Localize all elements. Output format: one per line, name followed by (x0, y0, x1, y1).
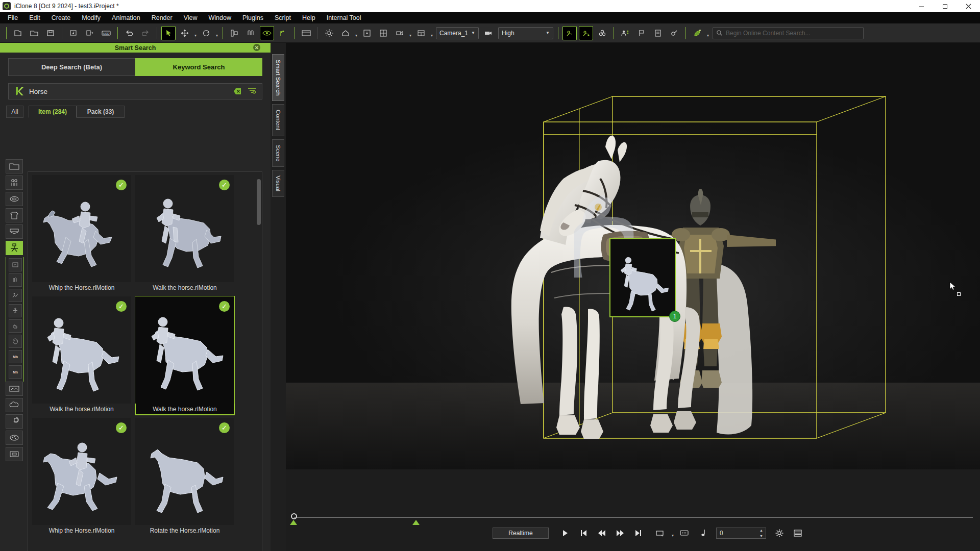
snap-icon[interactable] (243, 26, 258, 40)
screen-icon[interactable] (6, 447, 23, 461)
motion-key-icon[interactable] (579, 26, 593, 40)
fast-forward-icon[interactable] (612, 527, 628, 539)
sidetab-scene[interactable]: Scene (272, 139, 284, 167)
timeline-track[interactable] (294, 517, 973, 518)
light-icon[interactable] (322, 26, 336, 40)
eye-visibility-icon[interactable] (260, 26, 274, 40)
motion-icon[interactable] (6, 241, 23, 255)
audio-note-icon[interactable] (695, 527, 710, 539)
menu-create[interactable]: Create (46, 13, 77, 23)
result-thumbnail[interactable]: ✓ (32, 296, 131, 404)
particle-icon[interactable] (6, 414, 23, 429)
menu-help[interactable]: Help (297, 13, 321, 23)
move-tool-dropdown[interactable]: ▾ (193, 27, 198, 39)
maximize-button[interactable] (933, 0, 957, 12)
preview-frame-icon[interactable] (299, 26, 313, 40)
grid-icon[interactable] (376, 26, 390, 40)
dock-bottom-icon[interactable] (360, 26, 374, 40)
keyword-search-field[interactable]: Horse (8, 83, 262, 99)
move-tool-icon[interactable] (178, 26, 192, 40)
select-tool-icon[interactable] (161, 26, 176, 40)
jump-to-end-icon[interactable] (631, 527, 646, 539)
motion-plus-icon[interactable] (9, 258, 22, 271)
layout-icon[interactable] (414, 26, 428, 40)
timeline-icon[interactable] (790, 527, 805, 539)
menu-file[interactable]: File (2, 13, 23, 23)
result-item[interactable]: ✓ Rotate the Horse.rlMotion (135, 418, 234, 536)
caption-icon[interactable] (677, 527, 692, 539)
undo-icon[interactable] (122, 26, 136, 40)
range-icon[interactable] (653, 527, 669, 539)
sky-icon[interactable] (6, 398, 23, 412)
open-project-icon[interactable] (27, 26, 41, 40)
sidetab-content[interactable]: Content (272, 104, 284, 136)
result-thumbnail[interactable]: ✓ (135, 175, 234, 282)
3d-viewport[interactable]: 1 (286, 43, 980, 469)
tab-keyword-search[interactable]: Keyword Search (135, 58, 262, 76)
result-thumbnail[interactable]: ✓ (135, 418, 234, 525)
leaf-icon[interactable] (690, 26, 704, 40)
menu-plugins[interactable]: Plugins (237, 13, 269, 23)
gesture-icon[interactable] (9, 273, 22, 287)
new-project-icon[interactable] (11, 26, 25, 40)
layout-dropdown[interactable]: ▾ (429, 27, 434, 39)
cloth-icon[interactable] (6, 208, 23, 222)
play-icon[interactable] (557, 527, 573, 539)
result-thumbnail[interactable]: ✓ (32, 418, 131, 525)
online-search-input[interactable]: Begin Online Content Search... (713, 27, 864, 39)
rotate-tool-dropdown[interactable]: ▾ (214, 27, 219, 39)
face-puppet-icon[interactable] (9, 335, 22, 348)
import-icon[interactable] (66, 26, 81, 40)
export-icon[interactable] (83, 26, 97, 40)
menu-internal-tool[interactable]: Internal Tool (321, 13, 367, 23)
home-icon[interactable] (338, 26, 353, 40)
quality-select[interactable]: High ▼ (498, 27, 553, 39)
motion-path-icon[interactable] (562, 26, 577, 40)
results-scrollbar-thumb[interactable] (257, 179, 261, 225)
hand-gesture-icon[interactable] (9, 319, 22, 333)
frame-stepper[interactable]: ▲▼ (758, 529, 765, 538)
camera-view-icon[interactable] (393, 26, 407, 40)
menu-window[interactable]: Window (203, 13, 237, 23)
rail-all-tab[interactable]: All (6, 106, 23, 118)
usd-icon[interactable]: USD (99, 26, 113, 40)
camera-select[interactable]: Camera_1 ▼ (436, 27, 479, 39)
result-item[interactable]: ✓ Walk the horse.rlMotion (135, 175, 234, 293)
range-dropdown[interactable]: ▾ (670, 527, 675, 539)
rewind-icon[interactable] (594, 527, 609, 539)
puppet-icon[interactable] (618, 26, 632, 40)
frame-input[interactable]: 0 ▲▼ (716, 528, 766, 539)
menu-render[interactable]: Render (146, 13, 178, 23)
tab-deep-search[interactable]: Deep Search (Beta) (8, 58, 135, 76)
minimize-button[interactable] (910, 0, 933, 12)
rotate-tool-icon[interactable] (199, 26, 213, 40)
sidetab-visual[interactable]: Visual (272, 170, 284, 197)
camera-view-dropdown[interactable]: ▾ (408, 27, 413, 39)
align-icon[interactable] (227, 26, 241, 40)
flag-icon[interactable] (634, 26, 649, 40)
prop-stage-icon[interactable] (6, 224, 23, 239)
motion-layer-icon[interactable]: Mn (9, 365, 22, 379)
character-icon[interactable] (6, 176, 23, 190)
motion-blend-icon[interactable]: Mb (9, 350, 22, 363)
terrain-icon[interactable] (6, 382, 23, 396)
link-icon[interactable] (667, 26, 681, 40)
jump-to-start-icon[interactable] (576, 527, 591, 539)
cluster-icon[interactable] (595, 26, 609, 40)
menu-animation[interactable]: Animation (106, 13, 146, 23)
results-grid[interactable]: ✓ Whip the Horse.rlMotion (28, 171, 262, 551)
tab-item-results[interactable]: Item (284) (29, 106, 77, 118)
menu-edit[interactable]: Edit (23, 13, 46, 23)
gear-icon[interactable] (772, 527, 787, 539)
hair-icon[interactable] (6, 192, 23, 206)
tab-pack-results[interactable]: Pack (33) (77, 106, 125, 118)
pick-icon[interactable] (276, 26, 290, 40)
material-icon[interactable] (6, 431, 23, 445)
leaf-dropdown[interactable]: ▾ (705, 27, 710, 39)
menu-script[interactable]: Script (269, 13, 297, 23)
clear-icon[interactable] (233, 87, 241, 95)
close-button[interactable] (957, 0, 980, 12)
result-item[interactable]: ✓ Whip the Horse.rlMotion (32, 418, 131, 536)
result-item[interactable]: ✓ Whip the Horse.rlMotion (32, 175, 131, 293)
realtime-button[interactable]: Realtime (493, 528, 549, 539)
